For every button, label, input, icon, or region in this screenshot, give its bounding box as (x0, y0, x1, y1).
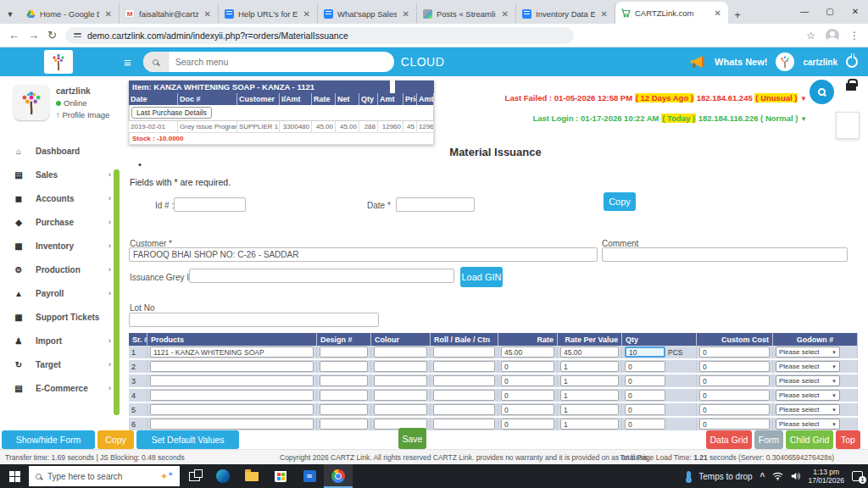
qty-input[interactable] (625, 419, 665, 430)
date-input[interactable] (396, 197, 475, 212)
sidebar-item-purchase[interactable]: ◆Purchase› (0, 210, 123, 234)
sidebar-item-target[interactable]: ↻Target› (0, 352, 123, 376)
rate-per-value-input[interactable] (560, 390, 619, 401)
godown-select[interactable]: Please select▼ (776, 404, 840, 415)
roll-bale-ctn-input[interactable] (433, 347, 495, 358)
browser-menu-icon[interactable]: ⋮ (849, 30, 860, 42)
new-tab-button[interactable]: + (728, 5, 747, 24)
custom-cost-input[interactable] (699, 375, 770, 386)
top-button[interactable]: Top (836, 430, 860, 449)
hamburger-menu-icon[interactable]: ≡ (124, 55, 131, 69)
sidebar-item-dashboard[interactable]: ⌂Dashboard (0, 139, 123, 163)
colour-input[interactable] (374, 404, 427, 415)
godown-select[interactable]: Please select▼ (776, 419, 840, 430)
close-window-button[interactable]: ✕ (843, 0, 868, 22)
site-settings-icon[interactable] (74, 33, 81, 37)
global-search-button[interactable] (810, 80, 834, 104)
copy-button[interactable]: Copy (604, 192, 636, 211)
design-input[interactable] (320, 375, 368, 386)
speaker-icon[interactable] (791, 472, 800, 480)
search-icon[interactable] (143, 52, 169, 72)
minimize-button[interactable]: — (792, 0, 817, 22)
sidebar-scrollbar[interactable] (114, 169, 120, 415)
godown-select[interactable]: Please select▼ (776, 375, 840, 386)
weather-text[interactable]: Temps to drop (698, 472, 752, 481)
wifi-icon[interactable] (772, 472, 783, 480)
custom-cost-input[interactable] (699, 404, 770, 415)
godown-select[interactable]: Please select▼ (776, 390, 840, 401)
custom-cost-input[interactable] (699, 347, 770, 358)
rate-input[interactable] (501, 390, 554, 401)
sidebar-item-payroll[interactable]: ▲Payroll› (0, 281, 123, 305)
forward-icon[interactable]: → (28, 29, 39, 42)
tab-close-icon[interactable]: ✕ (500, 9, 510, 19)
form-button[interactable]: Form (754, 430, 783, 449)
taskbar-clock[interactable]: 1:13 pm17/01/2026 (808, 468, 844, 485)
colour-input[interactable] (374, 375, 427, 386)
product-input[interactable] (150, 347, 314, 358)
set-default-values-button[interactable]: Set Default Values (136, 430, 239, 449)
lock-icon[interactable] (846, 83, 856, 91)
tab-close-icon[interactable]: ✕ (599, 9, 609, 19)
tab-close-icon[interactable]: ✕ (302, 9, 312, 19)
tab-help-urls[interactable]: Help URL's for ERP Sys ✕ (219, 3, 318, 24)
rate-input[interactable] (501, 419, 554, 430)
godown-select[interactable]: Please select▼ (776, 347, 840, 358)
qty-input[interactable] (625, 390, 665, 401)
sidebar-item-production[interactable]: ⚙Production› (0, 258, 123, 281)
colour-input[interactable] (374, 347, 427, 358)
rate-input[interactable] (501, 404, 554, 415)
design-input[interactable] (320, 419, 368, 430)
caret-down-icon[interactable]: ▼ (800, 95, 807, 103)
custom-cost-input[interactable] (699, 390, 770, 401)
sidebar-item-support-tickets[interactable]: ▦Support Tickets (0, 305, 123, 329)
tab-close-icon[interactable]: ✕ (401, 9, 411, 19)
sidebar-item-ecommerce[interactable]: ▤E-Commerce› (0, 376, 123, 400)
chrome-icon[interactable] (324, 464, 353, 488)
mail-icon[interactable]: ✉ (295, 464, 324, 488)
account-avatar[interactable] (776, 53, 794, 71)
data-grid-button[interactable]: Data Grid (706, 430, 752, 449)
design-input[interactable] (320, 361, 368, 372)
qty-input[interactable] (625, 404, 665, 415)
tray-chevron-icon[interactable]: ^ (760, 472, 765, 481)
custom-cost-input[interactable] (699, 419, 770, 430)
id-input[interactable] (174, 197, 246, 212)
app-logo[interactable] (44, 50, 73, 74)
rate-input[interactable] (501, 375, 554, 386)
menu-search-input[interactable] (169, 57, 394, 67)
tab-close-icon[interactable]: ✕ (103, 9, 114, 19)
roll-bale-ctn-input[interactable] (433, 361, 495, 372)
qty-input[interactable] (625, 361, 665, 372)
rate-per-value-input[interactable] (560, 361, 619, 372)
file-explorer-icon[interactable] (237, 464, 266, 488)
rate-input[interactable] (501, 347, 554, 358)
tab-whatsapp-sales[interactable]: What'sapp Sales Mess ✕ (318, 3, 417, 24)
taskbar-search[interactable]: Type here to search ✦✦ (29, 466, 180, 486)
roll-bale-ctn-input[interactable] (433, 419, 495, 430)
roll-bale-ctn-input[interactable] (433, 404, 495, 415)
tab-posts-streamline[interactable]: Posts « Streamline Syst ✕ (417, 3, 516, 24)
design-input[interactable] (320, 390, 368, 401)
copy-grid-button[interactable]: Copy (97, 430, 134, 449)
roll-bale-ctn-input[interactable] (433, 390, 495, 401)
sidebar-item-import[interactable]: ♟Import› (0, 329, 123, 352)
product-input[interactable] (150, 375, 314, 386)
caret-down-icon[interactable]: ▼ (800, 115, 807, 123)
colour-input[interactable] (374, 361, 427, 372)
reload-icon[interactable]: ↻ (47, 29, 57, 42)
product-input[interactable] (150, 361, 314, 372)
load-gin-button[interactable]: Load GIN (460, 267, 503, 287)
megaphone-icon[interactable] (689, 55, 706, 69)
save-button[interactable]: Save (398, 428, 426, 449)
show-hide-form-button[interactable]: Show/hide Form (2, 430, 95, 449)
logout-power-icon[interactable] (846, 56, 858, 68)
tab-inventory-data[interactable]: Inventory Data Entry M ✕ (516, 3, 615, 24)
maximize-button[interactable]: ▢ (817, 0, 843, 22)
bookmark-star-icon[interactable]: ☆ (806, 30, 815, 42)
user-avatar[interactable] (14, 85, 49, 120)
tab-close-icon[interactable]: ✕ (713, 8, 723, 18)
godown-select[interactable]: Please select▼ (776, 361, 840, 372)
roll-bale-ctn-input[interactable] (433, 375, 495, 386)
lot-no-input[interactable] (129, 313, 379, 327)
